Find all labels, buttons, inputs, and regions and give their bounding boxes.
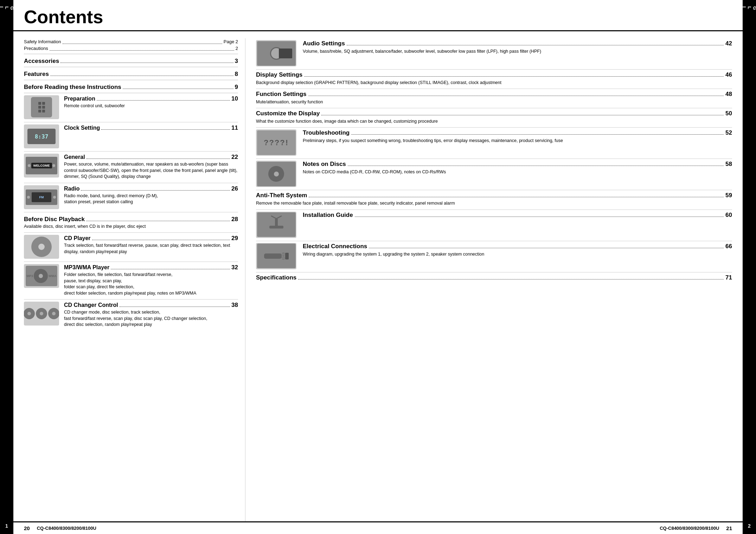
remote-icon — [31, 97, 52, 117]
dots — [351, 130, 724, 135]
general-page: 22 — [231, 154, 238, 161]
installation-image — [256, 212, 296, 238]
toc-before-reading: Before Reading these Instructions 9 — [24, 84, 238, 91]
toc-preparation: Preparation 10 Remote control unit, subw… — [24, 95, 238, 122]
toc-notes-discs: Notes on Discs 58 Notes on CD/CD media (… — [256, 161, 732, 190]
dots — [50, 46, 234, 51]
audio-image — [256, 40, 296, 66]
dots — [304, 72, 724, 77]
wiring-svg — [262, 246, 290, 266]
toc-electrical: Electrical Connections 66 Wiring diagram… — [256, 243, 732, 272]
disc-playback-title: Before Disc Playback — [24, 216, 85, 223]
svg-line-3 — [276, 216, 282, 219]
dots — [298, 275, 724, 279]
cd-image — [24, 235, 59, 259]
troubleshooting-page: 52 — [725, 129, 732, 136]
svg-rect-4 — [264, 253, 282, 259]
preparation-page: 10 — [231, 95, 238, 102]
disc-note-icon — [257, 162, 296, 186]
function-page: 48 — [725, 91, 732, 98]
clock-image: 8:37 — [24, 124, 59, 148]
electrical-page: 66 — [725, 243, 732, 250]
cd-title: CD Player — [64, 235, 91, 242]
general-desc: Power, source, volume, mute/attenuation,… — [64, 161, 238, 180]
page-header: Contents — [13, 0, 743, 31]
dots — [309, 192, 724, 197]
top-entries: Safety Information Page 2 Precautions 2 — [24, 38, 238, 52]
anti-theft-desc: Remove the removable face plate, install… — [256, 200, 732, 206]
footer-left: 20 CQ-C8400/8300/8200/8100U — [24, 525, 96, 531]
welcome-icon: WELCOME — [26, 157, 57, 174]
function-title: Function Settings — [256, 91, 307, 98]
right-side-tab: ENGLISH 2 — [743, 0, 756, 534]
toc-features: Features 8 — [24, 71, 238, 78]
cd-text: CD Player 29 Track selection, fast forwa… — [64, 235, 238, 255]
audio-icon — [257, 41, 296, 66]
toc-audio: Audio Settings 42 Volume, bass/treble, S… — [256, 40, 732, 70]
cd-icon — [31, 237, 52, 257]
display-title: Display Settings — [256, 71, 302, 78]
toc-accessories: Accessories 3 — [24, 58, 238, 65]
dots — [63, 39, 222, 44]
general-title: General — [64, 154, 85, 160]
left-lang-label: ENGLISH — [0, 6, 25, 11]
changer-desc: CD changer mode, disc selection, track s… — [64, 309, 238, 328]
toc-anti-theft: Anti-Theft System 59 Remove the removabl… — [256, 192, 732, 210]
dots — [86, 216, 230, 221]
radio-image: FM — [24, 185, 59, 209]
preparation-title: Preparation — [64, 96, 95, 102]
radio-desc: Radio mode, band, tuning, direct memory … — [64, 193, 238, 205]
mp3-title: MP3/WMA Player — [64, 264, 109, 271]
accessories-page: 3 — [235, 58, 238, 65]
specifications-page: 71 — [725, 274, 732, 281]
audio-text: Audio Settings 42 Volume, bass/treble, S… — [303, 40, 732, 54]
toc-installation: Installation Guide 60 — [256, 212, 732, 241]
customize-page: 50 — [725, 110, 732, 117]
antenna-icon — [257, 212, 296, 237]
dots — [81, 186, 230, 191]
specifications-title: Specifications — [256, 274, 296, 281]
left-page-number: 20 — [24, 525, 30, 531]
dots — [87, 154, 230, 159]
precautions-label: Precautions — [24, 46, 48, 51]
dots — [348, 161, 724, 166]
radio-title: Radio — [64, 186, 79, 192]
mp3-image: MP3 WMA — [24, 264, 59, 288]
dots — [101, 125, 230, 130]
footer-right: CQ-C8400/8300/8200/8100U 21 — [660, 525, 732, 531]
main-content: Contents Safety Information Page 2 Preca… — [13, 0, 743, 534]
toc-radio: FM Radio 26 Radio mode, band, tuning, di… — [24, 185, 238, 212]
notes-discs-page: 58 — [725, 161, 732, 168]
left-page-indicator: 1 — [5, 523, 8, 529]
toc-safety: Safety Information Page 2 — [24, 38, 238, 45]
question-icon: ????! — [257, 130, 296, 155]
dots — [123, 84, 233, 89]
clock-icon: 8:37 — [27, 129, 56, 144]
audio-desc: Volume, bass/treble, SQ adjustment, bala… — [303, 48, 732, 54]
clock-title: Clock Setting — [64, 125, 100, 131]
right-column: Audio Settings 42 Volume, bass/treble, S… — [245, 38, 743, 521]
dots — [111, 264, 230, 269]
anti-theft-page: 59 — [725, 192, 732, 199]
disc-playback-page: 28 — [231, 216, 238, 223]
notes-discs-desc: Notes on CD/CD media (CD-R, CD-RW, CD-RO… — [303, 169, 732, 175]
antenna-svg — [266, 215, 287, 234]
installation-page: 60 — [725, 212, 732, 219]
dots — [369, 243, 724, 248]
toc-clock: 8:37 Clock Setting 11 — [24, 124, 238, 152]
left-side-tab: ENGLISH 1 — [0, 0, 13, 534]
dots — [92, 235, 230, 240]
right-page-indicator: 2 — [748, 523, 751, 529]
features-page: 8 — [235, 71, 238, 78]
svg-rect-1 — [275, 219, 278, 226]
dots — [355, 212, 724, 217]
display-desc: Background display selection (GRAPHIC PA… — [256, 79, 732, 86]
svg-rect-9 — [285, 253, 289, 259]
disc-playback-desc: Available discs, disc insert, when CD is… — [24, 224, 238, 230]
dots — [120, 302, 230, 307]
dots — [50, 71, 233, 76]
toc-specifications: Specifications 71 — [256, 274, 732, 284]
preparation-image — [24, 95, 59, 119]
svg-line-2 — [271, 216, 276, 219]
general-image: WELCOME — [24, 154, 59, 178]
